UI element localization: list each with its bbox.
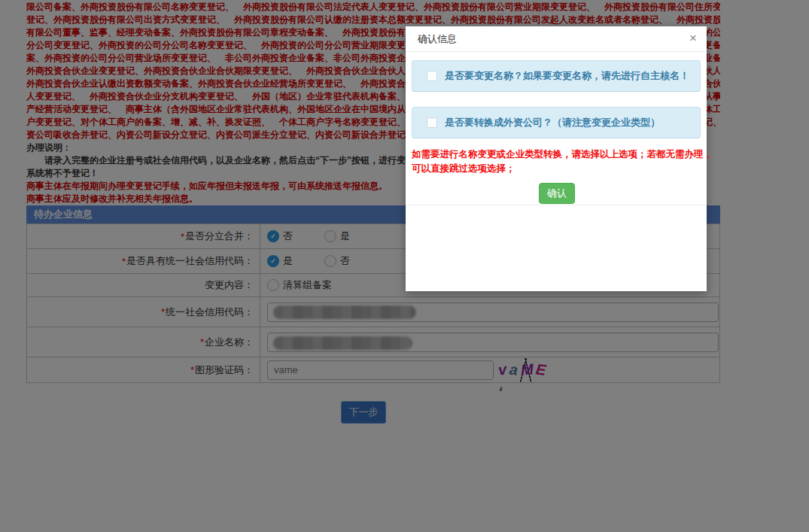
dialog-footer-divider xyxy=(406,205,707,205)
dialog-header: 确认信息 × xyxy=(406,26,707,52)
close-icon[interactable]: × xyxy=(689,26,697,50)
option-change-name[interactable]: 是否要变更名称？如果要变更名称，请先进行自主核名！ xyxy=(412,60,701,92)
warning-line: 如需要进行名称变更或企业类型转换，请选择以上选项；若都无需办理， xyxy=(412,147,701,162)
page: 限公司备案、外商投资股份有限公司名称变更登记、 外商投资股份有限公司法定代表人变… xyxy=(0,0,809,532)
option-label: 是否要变更名称？如果要变更名称，请先进行自主核名！ xyxy=(445,69,689,83)
confirm-info-dialog: 确认信息 × 是否要变更名称？如果要变更名称，请先进行自主核名！ 是否要转换成外… xyxy=(406,26,707,291)
dialog-warning-text: 如需要进行名称变更或企业类型转换，请选择以上选项；若都无需办理， 可以直接跳过选… xyxy=(412,147,701,176)
option-label: 是否要转换成外资公司？（请注意变更企业类型） xyxy=(445,116,660,129)
checkbox-unchecked-icon[interactable] xyxy=(427,71,437,81)
checkbox-unchecked-icon[interactable] xyxy=(427,117,437,128)
dialog-title: 确认信息 xyxy=(418,26,457,51)
warning-line: 可以直接跳过选项选择； xyxy=(412,162,701,176)
confirm-button[interactable]: 确认 xyxy=(539,183,575,204)
option-convert-foreign-company[interactable]: 是否要转换成外资公司？（请注意变更企业类型） xyxy=(412,107,701,138)
